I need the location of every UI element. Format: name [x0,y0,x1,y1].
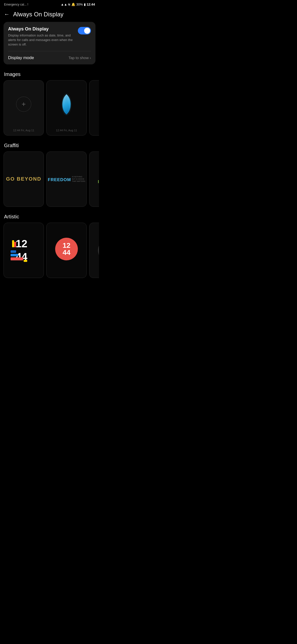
block-red [14,242,16,247]
add-card-time: 12:44 Fri, Aug 11 [13,129,34,132]
tap-to-show-button[interactable]: Tap to show › [69,56,91,60]
artistic-blocks-card[interactable]: 12 44 [4,223,44,278]
block-red2 [11,257,23,260]
toggle-track [78,27,91,34]
status-left: Emergency cal... ! [4,3,28,6]
mute-icon: 🔔 [71,3,75,6]
status-right: ▲▲ N 🔔 30% ▮ 12:44 [61,3,95,6]
back-button[interactable]: ← [4,11,10,18]
block-yellow2 [24,260,27,262]
tap-to-show-text: Tap to show [69,56,89,60]
art2-min: 44 [62,249,70,256]
art2-circle: 12 44 [55,238,78,260]
artistic-ring-card[interactable]: 12 44 [89,223,99,278]
block-blue [11,250,16,253]
battery-percent: 30% [76,3,83,6]
art3-ring: 12 44 [98,239,99,262]
time-display: 12:44 [87,3,95,6]
page-header: ← Always On Display [0,8,99,22]
artistic-section-title: Artistic [0,212,99,223]
add-image-card[interactable]: + 12:44 Fri, Aug 11 [4,80,44,136]
feather-blue-card[interactable]: 12:44 Fri, Aug 11 [46,80,87,136]
go-beyond-text: GO BEYOND [6,176,41,182]
nfc-icon: N [68,3,70,6]
freedom-text: FREEDOM [48,177,71,182]
graffiti-row: GO BEYOND FREEDOM IS NOTHINGBUT A CHOICE… [0,151,99,212]
feather-blue-time: 12:44 Fri, Aug 11 [56,129,77,132]
aod-card-desc: Display information such as date, time, … [8,33,74,47]
feather-blue-image [60,93,74,117]
artistic-time-display-1: 12 44 [9,238,39,263]
aod-card-title: Always On Display [8,26,74,32]
artistic-row: 12 44 12 44 12 44 [0,223,99,283]
battery-icon: ▮ [84,3,86,6]
images-row: + 12:44 Fri, Aug 11 [0,80,99,141]
artistic-circle-card[interactable]: 12 44 [46,223,87,278]
status-bar: Emergency cal... ! ▲▲ N 🔔 30% ▮ 12:44 [0,0,99,8]
page-title: Always On Display [13,11,63,18]
beyond-innov-card[interactable]: BEYONDINNOVAT... [89,151,99,207]
block-blue2 [11,254,18,256]
aod-toggle-row: Always On Display Display information su… [8,26,91,51]
aod-toggle[interactable] [78,27,91,34]
freedom-text-block: FREEDOM IS NOTHINGBUT A CHOICETHAT MATTE… [48,176,85,182]
add-icon: + [16,97,31,112]
aod-settings-card: Always On Display Display information su… [4,22,95,64]
display-mode-label: Display mode [8,55,34,60]
feather-gold-card[interactable]: 12:44 Fri, Aug [89,80,99,136]
images-section-title: Images [0,69,99,80]
aod-text-block: Always On Display Display information su… [8,26,78,47]
go-beyond-card[interactable]: GO BEYOND [4,151,44,207]
toggle-thumb [84,28,90,34]
freedom-sub-text: IS NOTHINGBUT A CHOICETHAT MATTERS [72,176,85,182]
chevron-right-icon: › [90,56,91,60]
art1-bars [9,238,39,263]
wifi-icon: ▲▲ [61,3,67,6]
freedom-card[interactable]: FREEDOM IS NOTHINGBUT A CHOICETHAT MATTE… [46,151,87,207]
graffiti-section-title: Graffiti [0,141,99,151]
art2-hour: 12 [62,242,70,249]
block-yellow [12,240,14,247]
display-mode-row[interactable]: Display mode Tap to show › [8,51,91,64]
art3-container: 12 44 [98,239,99,262]
beyond-innov-text: BEYONDINNOVAT... [96,171,99,187]
